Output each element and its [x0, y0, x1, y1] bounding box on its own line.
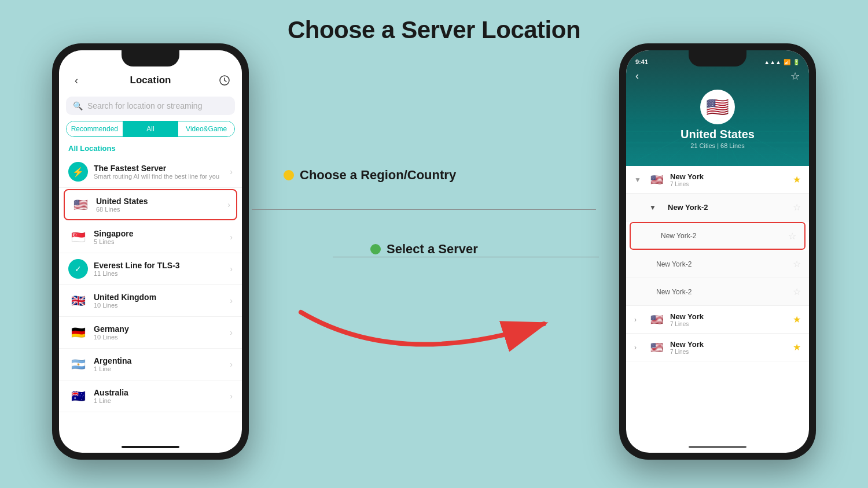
- expand-icon: ▼: [634, 176, 648, 184]
- expand-icon-2: ▼: [649, 204, 663, 212]
- chevron-icon: ›: [230, 167, 233, 176]
- fastest-icon: ⚡: [68, 162, 88, 182]
- home-indicator: [122, 446, 179, 448]
- status-icons: ▲▲▲ 📶 🔋: [764, 58, 800, 65]
- ny-flag-3: 🇺🇸: [648, 339, 665, 356]
- sg-info: Singapore 5 Lines: [94, 229, 230, 245]
- tab-recommended[interactable]: Recommended: [67, 121, 123, 136]
- ny-name-2: New York: [670, 312, 793, 321]
- right-favorite-button[interactable]: ☆: [790, 70, 800, 83]
- location-list: ⚡ The Fastest Server Smart routing AI wi…: [59, 156, 242, 412]
- list-item-sg[interactable]: 🇸🇬 Singapore 5 Lines ›: [59, 221, 242, 253]
- ny-info-1: New York 7 Lines: [670, 172, 793, 187]
- list-item-us[interactable]: 🇺🇸 United States 68 Lines ›: [64, 189, 237, 220]
- phone-notch: [122, 50, 179, 66]
- ny-info-2: New York 7 Lines: [670, 312, 793, 327]
- chevron-icon: ›: [230, 296, 233, 305]
- ar-name: Argentina: [94, 356, 230, 365]
- time: 9:41: [635, 58, 648, 65]
- right-nav: ‹ ☆: [626, 68, 809, 85]
- left-phone-screen: ‹ Location 🔍 Search for location or stre…: [59, 50, 242, 453]
- list-item-uk[interactable]: 🇬🇧 United Kingdom 10 Lines ›: [59, 285, 242, 317]
- star-icon-6[interactable]: ★: [793, 314, 801, 325]
- au-name: Australia: [94, 388, 230, 397]
- right-item-ny2-b[interactable]: New York-2 ☆: [626, 278, 809, 306]
- annotation-region: Choose a Region/Country: [284, 168, 456, 183]
- server-text: Select a Server: [387, 242, 478, 257]
- expand-icon-3: ›: [634, 316, 648, 324]
- ny2-selected-text: New York-2: [661, 232, 788, 240]
- us-lines: 68 Lines: [96, 206, 227, 213]
- right-item-newyork-2[interactable]: › 🇺🇸 New York 7 Lines ★: [626, 306, 809, 334]
- list-item-au[interactable]: 🇦🇺 Australia 1 Line ›: [59, 380, 242, 412]
- speed-button[interactable]: [216, 72, 233, 88]
- star-icon-4[interactable]: ☆: [793, 258, 801, 269]
- au-flag: 🇦🇺: [68, 386, 88, 406]
- ar-info: Argentina 1 Line: [94, 356, 230, 372]
- right-item-ny2-a[interactable]: New York-2 ☆: [626, 250, 809, 278]
- ny-lines-3: 7 Lines: [670, 349, 793, 355]
- page-title: Choose a Server Location: [0, 0, 868, 44]
- ny-lines-1: 7 Lines: [670, 181, 793, 187]
- list-item-everest[interactable]: ✓ Everest Line for TLS-3 11 Lines ›: [59, 253, 242, 285]
- connector-line-region: [252, 209, 596, 210]
- everest-name: Everest Line for TLS-3: [94, 261, 230, 270]
- list-item-ar[interactable]: 🇦🇷 Argentina 1 Line ›: [59, 349, 242, 380]
- right-item-newyork-1[interactable]: ▼ 🇺🇸 New York 7 Lines ★: [626, 166, 809, 194]
- fastest-info: The Fastest Server Smart routing AI will…: [94, 164, 230, 180]
- tab-bar: Recommended All Video&Game: [66, 121, 235, 137]
- section-label: All Locations: [59, 142, 242, 156]
- right-item-ny2-selected[interactable]: New York-2 ☆: [630, 222, 806, 250]
- uk-flag: 🇬🇧: [68, 291, 88, 310]
- de-name: Germany: [94, 324, 230, 334]
- list-item-fastest[interactable]: ⚡ The Fastest Server Smart routing AI wi…: [59, 156, 242, 188]
- right-phone-screen: 9:41 ▲▲▲ 📶 🔋 ‹ ☆ 🇺🇸 United States 21 Cit…: [626, 50, 809, 453]
- de-lines: 10 Lines: [94, 334, 230, 341]
- right-header-bg: 9:41 ▲▲▲ 📶 🔋 ‹ ☆ 🇺🇸 United States 21 Cit…: [626, 50, 809, 166]
- us-name: United States: [96, 197, 227, 206]
- signal-icon: ▲▲▲: [764, 59, 781, 65]
- everest-lines: 11 Lines: [94, 270, 230, 277]
- right-back-button[interactable]: ‹: [635, 70, 639, 83]
- ny-lines-2: 7 Lines: [670, 321, 793, 327]
- search-icon: 🔍: [73, 101, 83, 110]
- list-item-de[interactable]: 🇩🇪 Germany 10 Lines ›: [59, 317, 242, 349]
- ny-flag-2: 🇺🇸: [648, 311, 665, 328]
- sg-flag: 🇸🇬: [68, 227, 88, 247]
- uk-name: United Kingdom: [94, 293, 230, 302]
- location-title: Location: [130, 75, 171, 86]
- us-info: United States 68 Lines: [96, 197, 227, 213]
- server-dot: [370, 244, 381, 254]
- left-phone: ‹ Location 🔍 Search for location or stre…: [52, 43, 249, 460]
- star-icon-3[interactable]: ☆: [788, 231, 796, 242]
- chevron-icon: ›: [227, 200, 230, 209]
- region-dot: [284, 170, 294, 180]
- fastest-name: The Fastest Server: [94, 164, 230, 173]
- back-button[interactable]: ‹: [68, 72, 84, 88]
- uk-lines: 10 Lines: [94, 302, 230, 309]
- tab-videogame[interactable]: Video&Game: [178, 121, 234, 136]
- search-bar[interactable]: 🔍 Search for location or streaming: [66, 97, 235, 115]
- tab-all[interactable]: All: [123, 121, 179, 136]
- au-lines: 1 Line: [94, 397, 230, 404]
- au-info: Australia 1 Line: [94, 388, 230, 404]
- star-icon-1[interactable]: ★: [793, 174, 801, 185]
- country-flag: 🇺🇸: [700, 90, 735, 124]
- star-icon-7[interactable]: ★: [793, 342, 801, 353]
- ny-name-3: New York: [670, 340, 793, 349]
- chevron-icon: ›: [230, 264, 233, 273]
- sg-name: Singapore: [94, 229, 230, 238]
- ny2-b-text: New York-2: [656, 288, 793, 296]
- star-icon-2[interactable]: ☆: [793, 202, 801, 213]
- fastest-sub: Smart routing AI will find the best line…: [94, 173, 230, 180]
- right-phone-notch: [689, 50, 746, 66]
- us-flag: 🇺🇸: [71, 195, 90, 215]
- right-item-ny2-parent[interactable]: ▼ New York-2 ☆: [626, 194, 809, 221]
- right-item-newyork-3[interactable]: › 🇺🇸 New York 7 Lines ★: [626, 334, 809, 361]
- connector-line-server: [333, 257, 599, 257]
- red-arrow: [284, 278, 573, 393]
- chevron-icon: ›: [230, 232, 233, 242]
- de-flag: 🇩🇪: [68, 323, 88, 342]
- ny2-parent-name: New York-2: [668, 203, 793, 212]
- star-icon-5[interactable]: ☆: [793, 286, 801, 297]
